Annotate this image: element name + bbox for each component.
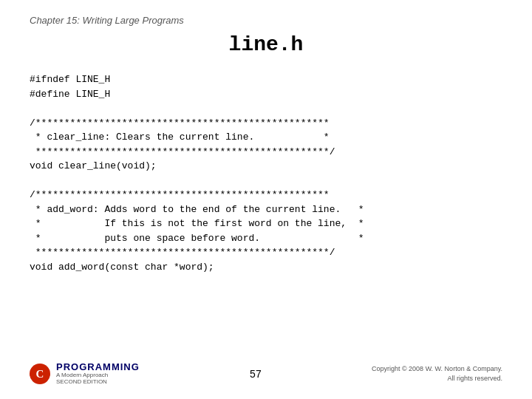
copyright: Copyright © 2008 W. W. Norton & Company.… <box>372 364 502 383</box>
footer: C PROGRAMMING A Modern Approach SECOND E… <box>0 362 532 386</box>
logo-area: C PROGRAMMING A Modern Approach SECOND E… <box>30 362 140 386</box>
logo-programming: PROGRAMMING <box>56 362 140 372</box>
logo-circle: C <box>30 364 50 384</box>
code-block: #ifndef LINE_H #define LINE_H /*********… <box>30 72 502 274</box>
slide-title: line.h <box>30 33 502 56</box>
slide-container: Chapter 15: Writing Large Programs line.… <box>0 0 532 399</box>
copyright-line1: Copyright © 2008 W. W. Norton & Company. <box>372 365 502 372</box>
logo-edition: SECOND EDITION <box>56 379 140 386</box>
copyright-line2: All rights reserved. <box>447 375 502 382</box>
logo-c-letter: C <box>36 368 44 381</box>
chapter-title: Chapter 15: Writing Large Programs <box>30 15 502 26</box>
page-number: 57 <box>250 368 262 380</box>
logo-text-block: PROGRAMMING A Modern Approach SECOND EDI… <box>56 362 140 386</box>
